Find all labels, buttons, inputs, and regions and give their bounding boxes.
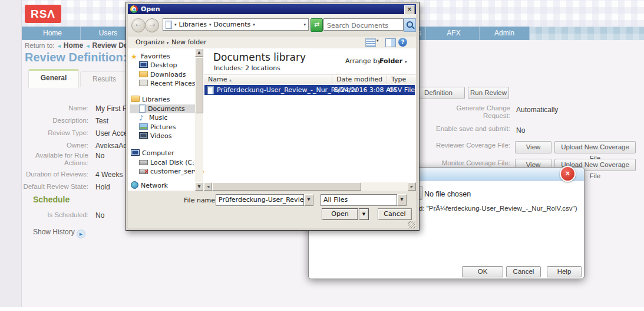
back-button[interactable] (131, 18, 146, 32)
disk-drive-icon (139, 160, 148, 165)
breadcrumb-review-link[interactable]: Review De (93, 41, 128, 50)
screen: RSΛ Home Users s AFX Admin Return to: Ho… (0, 0, 644, 311)
resize-grip[interactable] (408, 221, 415, 228)
breadcrumb-documents[interactable]: Documents (214, 21, 251, 28)
field-label-rule-actions: Available for Rule Actions: (18, 152, 88, 167)
show-history-toggle[interactable]: Show History (33, 228, 85, 238)
organize-menu[interactable]: Organize (136, 38, 169, 46)
cancel-button[interactable]: Cancel (378, 208, 412, 220)
field-value-is-scheduled: No (95, 211, 104, 220)
scrollbar-thumb[interactable] (195, 57, 203, 113)
chevron-down-icon[interactable] (174, 22, 177, 27)
tree-item-favorites[interactable]: Favorites (130, 52, 194, 61)
search-box (323, 18, 404, 31)
refresh-button[interactable] (311, 18, 323, 32)
tree-item-desktop[interactable]: Desktop (130, 61, 203, 70)
breadcrumb-home-link[interactable]: Home (64, 41, 83, 50)
cancel-button[interactable]: Cancel (506, 266, 541, 277)
run-review-button[interactable]: Run Review (468, 87, 509, 99)
tree-item-network[interactable]: Network (130, 181, 194, 190)
file-name-input[interactable]: Prüferdeckung-User_Review_-_Nur_ (216, 194, 304, 206)
file-name-dropdown-icon[interactable] (304, 194, 313, 206)
close-icon[interactable] (560, 166, 576, 182)
column-header-type[interactable]: Type (387, 74, 416, 84)
scrollbar-thumb[interactable] (212, 182, 361, 191)
scroll-right-button[interactable] (408, 182, 416, 191)
nav-tab-afx[interactable]: AFX (428, 27, 480, 40)
field-value-rule-actions: No (95, 152, 104, 160)
scroll-left-button[interactable] (204, 182, 212, 191)
file-name-label: File name: (184, 197, 217, 204)
preview-pane-icon[interactable] (385, 38, 396, 47)
view-reviewer-coverage-button[interactable]: View (515, 141, 551, 153)
field-label-description: Description: (18, 117, 88, 125)
videos-icon (139, 132, 148, 139)
folder-tree: Favorites Desktop Downloads Recent Place… (130, 50, 194, 190)
downloads-folder-icon (139, 71, 148, 77)
new-folder-button[interactable]: New folder (171, 38, 206, 46)
field-value-default-state: Hold (95, 183, 110, 191)
ok-button[interactable]: OK (462, 266, 503, 277)
pictures-icon (139, 123, 148, 130)
tree-item-pictures[interactable]: Pictures (130, 123, 203, 132)
file-type-dropdown-icon[interactable] (397, 194, 407, 206)
last-uploaded-file-text: d: "PrÃ¼ferdeckung-User_Review_-_Nur_Rol… (419, 205, 577, 212)
chevron-down-icon[interactable] (253, 22, 255, 27)
forward-button[interactable] (145, 18, 159, 32)
help-button[interactable]: Help (547, 266, 582, 277)
breadcrumb-libraries[interactable]: Libraries (179, 21, 207, 28)
column-header-date-modified[interactable]: Date modified (332, 74, 387, 84)
help-icon[interactable]: ? (398, 38, 407, 47)
network-icon (131, 181, 138, 189)
file-type-cell: CSV File (389, 85, 415, 95)
tree-item-libraries[interactable]: Libraries (130, 95, 194, 104)
file-row-selected[interactable]: Prüferdeckung-User_Review_-_Nur_RolV.csv… (204, 85, 415, 95)
field-label-default-state: Default Review State: (18, 183, 88, 191)
dialog-title-bar[interactable]: Open (128, 4, 416, 14)
tree-item-computer[interactable]: Computer (130, 149, 194, 158)
chevron-down-icon[interactable] (209, 22, 212, 27)
file-list-pane: Documents library Includes: 2 locations … (204, 48, 416, 191)
field-value-generate-change-request: Automatically (516, 106, 558, 114)
upload-reviewer-coverage-button[interactable]: Upload New Coverage File (554, 141, 636, 153)
field-label-duration: Duration of Reviews: (18, 171, 88, 178)
field-label-name: Name: (18, 104, 88, 112)
chevron-down-icon (405, 60, 407, 64)
address-bar[interactable]: Libraries Documents (163, 18, 309, 31)
nav-tab-admin[interactable]: Admin (480, 27, 530, 40)
view-dropdown-icon[interactable] (377, 38, 379, 43)
tree-item-music[interactable]: Music (130, 113, 203, 122)
search-input[interactable] (324, 20, 403, 31)
breadcrumb-arrow-icon (57, 43, 62, 49)
tree-item-local-disk[interactable]: Local Disk (C:) (130, 158, 203, 167)
tree-item-customer-service[interactable]: customer_service ( (130, 167, 203, 176)
close-icon[interactable] (404, 5, 415, 15)
rsa-logo: RSΛ (25, 5, 61, 23)
change-view-icon[interactable] (365, 38, 376, 47)
tab-general[interactable]: General (28, 69, 79, 88)
tree-item-documents[interactable]: Documents (130, 104, 203, 113)
star-icon (131, 53, 138, 59)
tab-results[interactable]: Results (80, 71, 128, 87)
nav-tab-home[interactable]: Home (25, 27, 81, 40)
open-dropdown-icon[interactable] (359, 208, 369, 220)
search-icon[interactable] (404, 18, 416, 32)
computer-icon (131, 149, 140, 156)
scroll-up-button[interactable] (195, 48, 203, 57)
arrange-by-dropdown[interactable]: Folder (379, 57, 407, 65)
field-label-owner: Owner: (18, 142, 88, 149)
scroll-down-button[interactable] (195, 182, 203, 191)
field-value-enable-save-submit: No (516, 126, 525, 135)
column-header-name[interactable]: Name (204, 74, 332, 84)
open-button[interactable]: Open (322, 208, 358, 220)
field-value-duration: 4 Weeks (95, 171, 123, 179)
breadcrumb-arrow-icon (85, 43, 90, 49)
file-type-select[interactable]: All Files (321, 194, 397, 206)
tree-item-recent-places[interactable]: Recent Places (130, 79, 203, 88)
address-dropdown-icon[interactable] (303, 22, 306, 27)
file-date-cell: 5/24/2016 3:08 AM (334, 85, 396, 95)
expand-arrow-icon[interactable] (77, 230, 85, 238)
tree-item-downloads[interactable]: Downloads (130, 70, 203, 79)
definition-button[interactable]: Definition (412, 87, 465, 99)
tree-item-videos[interactable]: Videos (130, 132, 203, 140)
